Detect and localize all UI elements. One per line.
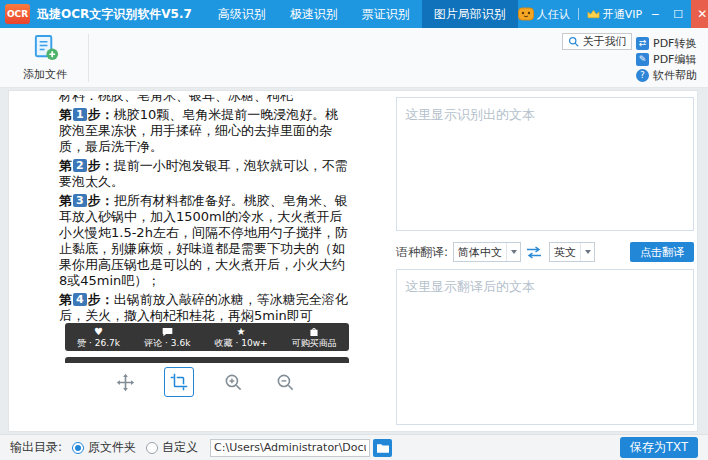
about-us-button[interactable]: 关于我们: [562, 33, 632, 50]
about-us-label: 关于我们: [583, 34, 627, 49]
preview-text: 材料：桃胶、皂角米、银耳、冰糖、枸杞 第1步：桃胶10颗、皂角米提前一晚浸泡好。…: [59, 95, 349, 324]
mascot-icon: [518, 7, 534, 21]
preview-paragraph: 第1步：桃胶10颗、皂角米提前一晚浸泡好。桃胶泡至果冻状，用手揉碎，细心的去掉里…: [59, 107, 349, 155]
zoom-in-button[interactable]: [220, 369, 246, 395]
toolbar: 添加文件 关于我们 ⇄ PDF转换 ✎ PDF编辑 ? 软件帮助: [0, 28, 708, 88]
auth-button[interactable]: 人任认: [518, 7, 570, 22]
minimize-button[interactable]: ─: [645, 0, 665, 28]
favorites-stat: ★ 收藏 · 10w+: [215, 326, 268, 348]
titlebar-right-cluster: 人任认 开通VIP ─ ☐ ✕: [518, 0, 708, 28]
step-number-badge: 4: [73, 293, 87, 306]
pdf-convert-label: PDF转换: [653, 36, 696, 51]
vip-label: 开通VIP: [603, 7, 642, 22]
auth-label: 人任认: [537, 7, 570, 22]
pdf-edit-icon: ✎: [636, 53, 649, 66]
likes-stat: ♥ 赞 · 26.7k: [77, 326, 120, 348]
add-file-label: 添加文件: [14, 67, 76, 82]
comment-icon: [162, 326, 173, 337]
step-number-badge: 3: [73, 194, 87, 207]
swap-languages-button[interactable]: [521, 246, 547, 259]
browse-folder-button[interactable]: [373, 439, 392, 457]
star-icon: ★: [237, 326, 246, 337]
cropped-overlay-strip: [65, 357, 349, 363]
output-path-input[interactable]: [210, 439, 370, 457]
preview-paragraph: 第4步：出锅前放入敲碎的冰糖，等冰糖完全溶化后，关火，撒入枸杞和桂花，再焖5mi…: [59, 292, 349, 324]
heart-icon: ♥: [94, 326, 103, 337]
add-file-icon: [32, 34, 59, 61]
toolbar-divider: [88, 34, 89, 82]
radio-unselected-icon: [146, 442, 158, 454]
preview-toolbar: [19, 365, 391, 399]
source-language-select[interactable]: 简体中文: [453, 242, 521, 262]
chevron-down-icon: [585, 250, 591, 254]
step-number-badge: 1: [73, 108, 87, 121]
folder-icon: [377, 443, 389, 453]
step-number-badge: 2: [73, 159, 87, 172]
app-logo-icon: OCR: [5, 4, 30, 24]
radio-original-folder[interactable]: 原文件夹: [72, 439, 136, 456]
window-titlebar: OCR 迅捷OCR文字识别软件V5.7 高级识别 极速识别 票证识别 图片局部识…: [0, 0, 708, 28]
translated-text-textarea[interactable]: [396, 269, 694, 425]
translate-row: 语种翻译: 简体中文 英文 点击翻译: [396, 241, 694, 263]
shop-stat: 可购买商品: [292, 326, 337, 348]
window-title: 迅捷OCR文字识别软件V5.7: [37, 6, 192, 23]
output-dir-label: 输出目录:: [10, 439, 62, 456]
preview-paragraph: 材料：桃胶、皂角米、银耳、冰糖、枸杞: [59, 95, 349, 104]
chevron-down-icon: [511, 250, 517, 254]
open-vip-button[interactable]: 开通VIP: [587, 7, 642, 22]
maximize-button[interactable]: ☐: [668, 0, 688, 28]
bottom-bar: 输出目录: 原文件夹 自定义 保存为TXT: [0, 434, 708, 460]
crop-icon: [170, 373, 188, 391]
save-txt-button[interactable]: 保存为TXT: [620, 437, 698, 458]
ocr-result-textarea[interactable]: [396, 97, 694, 231]
tab-advanced-ocr[interactable]: 高级识别: [206, 0, 278, 28]
titlebar-divider: [578, 8, 579, 20]
vip-crown-icon: [587, 9, 600, 19]
swap-arrows-icon: [525, 246, 543, 259]
preview-paragraph: 第2步：提前一小时泡发银耳，泡软就可以，不需要泡太久。: [59, 158, 349, 190]
add-file-button[interactable]: 添加文件: [14, 34, 76, 82]
help-icon: ?: [636, 69, 649, 82]
tab-partial-ocr[interactable]: 图片局部识别: [422, 0, 518, 28]
target-language-select[interactable]: 英文: [549, 242, 595, 262]
zoom-out-button[interactable]: [272, 369, 298, 395]
zoom-out-icon: [276, 373, 295, 392]
radio-selected-icon: [72, 442, 84, 454]
move-icon: [116, 373, 135, 392]
bag-icon: [309, 326, 319, 337]
post-stats-bar: ♥ 赞 · 26.7k 评论 · 3.6k ★ 收藏 · 10w+ 可购买商品: [65, 323, 349, 351]
menu-tabs: 高级识别 极速识别 票证识别 图片局部识别: [206, 0, 518, 28]
translate-label: 语种翻译:: [396, 244, 448, 261]
crop-tool-button[interactable]: [164, 367, 194, 397]
main-panel: 材料：桃胶、皂角米、银耳、冰糖、枸杞 第1步：桃胶10颗、皂角米提前一晚浸泡好。…: [8, 90, 698, 432]
software-help-button[interactable]: ? 软件帮助: [636, 68, 697, 82]
tab-ticket-ocr[interactable]: 票证识别: [350, 0, 422, 28]
radio-custom-folder[interactable]: 自定义: [146, 439, 198, 456]
translate-button[interactable]: 点击翻译: [630, 242, 694, 262]
pdf-edit-label: PDF编辑: [653, 52, 696, 67]
pdf-convert-button[interactable]: ⇄ PDF转换: [636, 36, 696, 50]
tab-fast-ocr[interactable]: 极速识别: [278, 0, 350, 28]
pdf-convert-icon: ⇄: [636, 37, 649, 50]
pdf-edit-button[interactable]: ✎ PDF编辑: [636, 52, 696, 66]
preview-paragraph: 第3步：把所有材料都准备好。桃胶、皂角米、银耳放入砂锅中，加入1500ml的冷水…: [59, 193, 349, 289]
search-icon: [568, 36, 579, 47]
software-help-label: 软件帮助: [653, 68, 697, 83]
move-tool-button[interactable]: [112, 369, 138, 395]
zoom-in-icon: [224, 373, 243, 392]
close-button[interactable]: ✕: [691, 0, 708, 28]
comments-stat: 评论 · 3.6k: [144, 326, 190, 348]
image-preview-canvas[interactable]: 材料：桃胶、皂角米、银耳、冰糖、枸杞 第1步：桃胶10颗、皂角米提前一晚浸泡好。…: [19, 95, 391, 363]
